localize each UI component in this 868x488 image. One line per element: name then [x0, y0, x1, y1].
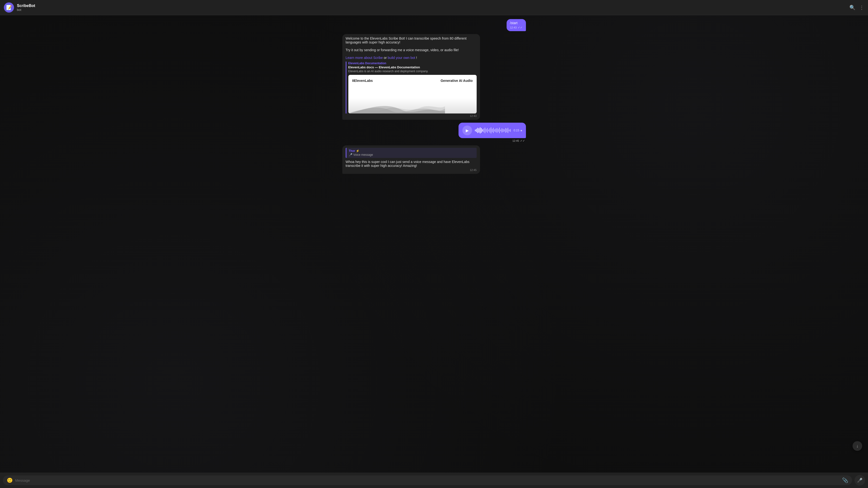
bot-name: ScribeBot: [17, 4, 849, 8]
audio-time: 0:15: [514, 129, 522, 132]
header-info: ScribeBot bot: [17, 4, 849, 11]
message-out-audio: ▶: [342, 123, 526, 142]
welcome-links: Learn more about Scribe or build your ow…: [346, 56, 477, 60]
exclamation: !: [416, 56, 417, 60]
input-wrapper: 🙂 📎: [3, 476, 852, 485]
msg-meta-scribing: 12:45: [346, 168, 477, 171]
start-command-text: /start: [510, 21, 518, 25]
quote-sender: Thor ⚡: [349, 149, 474, 153]
quote-block: Thor ⚡ 🎤 Voice message: [346, 148, 477, 158]
bubble-out-start: /start 12:43 ✓✓: [506, 19, 526, 31]
read-receipt-start: ✓✓: [518, 26, 523, 29]
welcome-text-2: Try it out by sending or forwarding me a…: [346, 48, 477, 52]
mic-button[interactable]: 🎤: [855, 475, 865, 486]
msg-meta-welcome: 12:43: [346, 115, 477, 117]
scribing-text: Whoa hey this is super cool I can just s…: [346, 160, 477, 168]
message-in-welcome: Welcome to the ElevenLabs Scribe Bot! I …: [342, 34, 526, 120]
quote-text: Voice message: [353, 153, 373, 157]
chat-header: 📝 ScribeBot bot 🔍 ⋮: [0, 0, 868, 15]
audio-duration: 0:15: [514, 129, 519, 132]
messages-list: /start 12:43 ✓✓ Welcome to the ElevenLab…: [342, 19, 526, 176]
bubble-in-scribing: Thor ⚡ 🎤 Voice message Whoa hey this is …: [342, 145, 480, 174]
header-actions: 🔍 ⋮: [849, 5, 864, 10]
bot-status: bot: [17, 8, 849, 11]
audio-bubble: ▶: [459, 123, 526, 138]
msg-time-start: 12:43: [510, 26, 517, 29]
message-in-scribing: Thor ⚡ 🎤 Voice message Whoa hey this is …: [342, 145, 526, 174]
bubble-in-welcome: Welcome to the ElevenLabs Scribe Bot! I …: [342, 34, 480, 120]
quote-icon: 🎤: [349, 153, 352, 157]
audio-msg-time: 12:45: [513, 139, 519, 142]
msg-meta-start: 12:43 ✓✓: [510, 26, 523, 29]
emoji-button[interactable]: 🙂: [7, 477, 13, 483]
message-input[interactable]: [15, 478, 840, 483]
scribing-time: 12:45: [470, 168, 477, 171]
preview-image-right: Generative AI Audio: [441, 79, 473, 83]
preview-waves-svg: [348, 97, 445, 113]
quote-content: 🎤 Voice message: [349, 153, 474, 157]
play-button[interactable]: ▶: [462, 126, 472, 135]
msg-meta-audio: 12:45 ✓✓: [459, 139, 526, 142]
audio-waveform: [475, 127, 511, 134]
link-or: or: [384, 56, 388, 60]
audio-dot: [521, 130, 522, 131]
scribe-link[interactable]: Learn more about Scribe: [346, 56, 383, 60]
preview-image-left: IIElevenLabs: [352, 79, 373, 83]
input-bar: 🙂 📎 🎤: [0, 473, 868, 488]
link-preview: ElevenLabs Documentation ElevenLabs docs…: [346, 62, 477, 113]
preview-image-content: IIElevenLabs Generative AI Audio: [348, 75, 477, 113]
bot-avatar: 📝: [4, 2, 14, 12]
attach-button[interactable]: 📎: [842, 477, 848, 483]
search-icon[interactable]: 🔍: [849, 5, 856, 10]
preview-image: IIElevenLabs Generative AI Audio: [348, 75, 477, 113]
scroll-to-bottom-button[interactable]: ↓: [852, 441, 862, 451]
bot-link[interactable]: build your own bot: [388, 56, 415, 60]
audio-message-wrapper: ▶: [459, 123, 526, 142]
menu-icon[interactable]: ⋮: [859, 5, 864, 10]
chat-area: /start 12:43 ✓✓ Welcome to the ElevenLab…: [0, 15, 868, 473]
message-out-start: /start 12:43 ✓✓: [342, 19, 526, 31]
preview-title: ElevenLabs docs — ElevenLabs Documentati…: [348, 65, 477, 69]
welcome-text-1: Welcome to the ElevenLabs Scribe Bot! I …: [346, 36, 477, 44]
preview-site: ElevenLabs Documentation: [348, 62, 477, 65]
read-receipt-audio: ✓✓: [520, 139, 525, 142]
preview-desc: ElevenLabs is an AI audio research and d…: [348, 69, 477, 73]
